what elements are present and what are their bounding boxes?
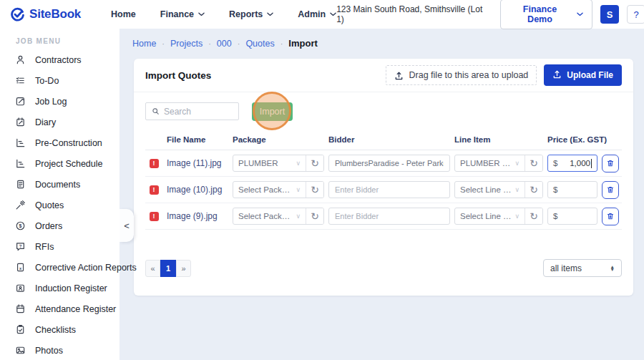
trash-icon — [606, 212, 615, 220]
breadcrumb-separator: · — [280, 39, 283, 48]
line-item-select-group: Select Line Item ∨ ↻ — [454, 181, 543, 198]
currency-symbol: $ — [553, 159, 557, 167]
sidebar-item-orders[interactable]: $ Orders — [0, 215, 119, 236]
sidebar-item-induction-register[interactable]: Induction Register — [0, 278, 119, 298]
brand-name: SiteBook — [29, 7, 81, 21]
delete-row-button[interactable] — [602, 155, 619, 172]
breadcrumb-separator: · — [162, 39, 165, 48]
sidebar-item-label: Diary — [35, 117, 56, 127]
sidebar-item-diary[interactable]: Diary — [0, 112, 119, 132]
workspace-selector[interactable]: Finance Demo — [500, 0, 592, 29]
line-item-select[interactable]: Select Line Item ∨ — [455, 208, 525, 224]
bidder-input[interactable] — [328, 208, 450, 225]
sidebar-item-label: Project Schedule — [35, 159, 103, 169]
refresh-package-button[interactable]: ↻ — [306, 155, 323, 171]
sidebar-item-job-log[interactable]: Job Log — [0, 91, 119, 112]
package-select[interactable]: Select Package ∨ — [233, 182, 306, 198]
refresh-package-button[interactable]: ↻ — [306, 182, 323, 198]
sidebar-item-label: Contractors — [35, 55, 82, 65]
up-down-arrows-icon — [610, 266, 615, 271]
page-1-button[interactable]: 1 — [160, 260, 176, 277]
sidebar-item-project-schedule[interactable]: Project Schedule — [0, 153, 119, 174]
package-select[interactable]: Select Package ∨ — [233, 208, 306, 224]
sidebar-item-pre-construction[interactable]: Pre-Construction — [0, 132, 119, 153]
refresh-line-item-button[interactable]: ↻ — [525, 155, 542, 171]
workspace-label: Finance Demo — [509, 4, 570, 24]
table-row: Image (10).jpg Select Package ∨ ↻ Select… — [145, 177, 622, 203]
sidebar-item-attendance-register[interactable]: Attendance Register — [0, 298, 119, 319]
nav-finance[interactable]: Finance — [160, 9, 205, 19]
nav-home[interactable]: Home — [111, 9, 136, 19]
sidebar-item-contractors[interactable]: Contractors — [0, 49, 119, 70]
upload-file-label: Upload File — [567, 70, 613, 80]
avatar[interactable]: S — [600, 5, 619, 24]
sidebar-item-checklists[interactable]: Checklists — [0, 319, 119, 340]
currency-symbol: $ — [553, 185, 557, 194]
breadcrumb-home[interactable]: Home — [132, 39, 156, 49]
import-button[interactable]: Import — [252, 102, 293, 121]
refresh-package-button[interactable]: ↻ — [306, 208, 323, 224]
warning-icon — [150, 185, 159, 195]
topbar-right: 123 Main South Road, Smithsville (Lot 1)… — [336, 0, 634, 29]
package-select[interactable]: PLUMBER ∨ — [233, 155, 306, 171]
chevron-down-icon — [267, 12, 273, 16]
next-page-button[interactable]: » — [176, 260, 191, 277]
price-header: Price (Ex. GST) — [547, 135, 622, 144]
line-item-select-group: PLUMBER - Un... ∨ ↻ — [454, 155, 543, 172]
edit-icon — [15, 96, 26, 107]
chevron-down-icon: ∨ — [296, 186, 301, 193]
delete-row-button[interactable] — [602, 208, 619, 225]
file-name-header: File Name — [167, 135, 228, 144]
chevron-left-icon: < — [124, 220, 130, 231]
sidebar-collapse-button[interactable]: < — [119, 209, 134, 242]
breadcrumb-project-000[interactable]: 000 — [217, 39, 232, 49]
sidebar-item-label: RFIs — [35, 242, 54, 252]
sidebar-item-quotes[interactable]: Quotes — [0, 195, 119, 215]
line-item-select[interactable]: PLUMBER - Un... ∨ — [455, 155, 525, 171]
upload-file-button[interactable]: Upload File — [544, 64, 622, 86]
price-input[interactable]: $ — [547, 208, 597, 225]
drag-drop-label: Drag file to this area to upload — [409, 70, 529, 80]
refresh-line-item-button[interactable]: ↻ — [525, 208, 542, 224]
nav-reports[interactable]: Reports — [229, 9, 273, 19]
items-per-page-select[interactable]: all items — [543, 259, 622, 277]
sidebar-item-rfis[interactable]: ? RFIs — [0, 236, 119, 257]
price-input[interactable]: $ 1,000 — [547, 155, 597, 172]
package-select-group: Select Package ∨ ↻ — [233, 181, 324, 198]
price-input[interactable]: $ — [547, 181, 597, 198]
breadcrumb-quotes[interactable]: Quotes — [245, 39, 274, 49]
sidebar-item-documents[interactable]: Documents — [0, 174, 119, 195]
trash-icon — [606, 159, 615, 167]
bidder-input[interactable] — [328, 155, 450, 172]
bidder-input[interactable] — [328, 181, 450, 198]
chevron-down-icon — [577, 12, 583, 16]
upload-icon — [552, 69, 562, 81]
breadcrumb-projects[interactable]: Projects — [170, 39, 203, 49]
page-title: Import Quotes — [145, 70, 211, 81]
nav-admin[interactable]: Admin — [298, 9, 336, 19]
svg-text:$: $ — [19, 223, 22, 229]
clipboard-check-icon — [15, 324, 26, 336]
breadcrumb: Home · Projects · 000 · Quotes · Import — [132, 38, 644, 49]
sidebar-item-label: Pre-Construction — [35, 138, 102, 148]
nav-home-label: Home — [111, 9, 136, 19]
help-button[interactable]: ? — [627, 5, 644, 24]
brand-logo[interactable]: SiteBook — [10, 7, 81, 22]
price-value: 1,000 — [570, 159, 590, 167]
sidebar-item-corrective-action-reports[interactable]: x Corrective Action Reports — [0, 257, 119, 278]
line-item-select[interactable]: Select Line Item ∨ — [455, 182, 525, 198]
package-header: Package — [233, 135, 324, 144]
refresh-line-item-button[interactable]: ↻ — [525, 182, 542, 198]
sidebar-item-todo[interactable]: To-Do — [0, 70, 119, 91]
document-icon — [15, 179, 26, 190]
sidebar-item-label: Job Log — [35, 97, 67, 107]
prev-page-button[interactable]: « — [145, 260, 160, 277]
sidebar-item-label: Photos — [35, 346, 63, 356]
toolbar: Import — [145, 102, 622, 131]
search-input[interactable] — [164, 107, 233, 117]
calendar-edit-icon — [15, 117, 26, 128]
delete-row-button[interactable] — [602, 181, 619, 199]
drag-drop-upload-area[interactable]: Drag file to this area to upload — [386, 65, 537, 85]
sidebar-item-photos[interactable]: Photos — [0, 340, 119, 360]
bidder-header: Bidder — [328, 135, 450, 144]
